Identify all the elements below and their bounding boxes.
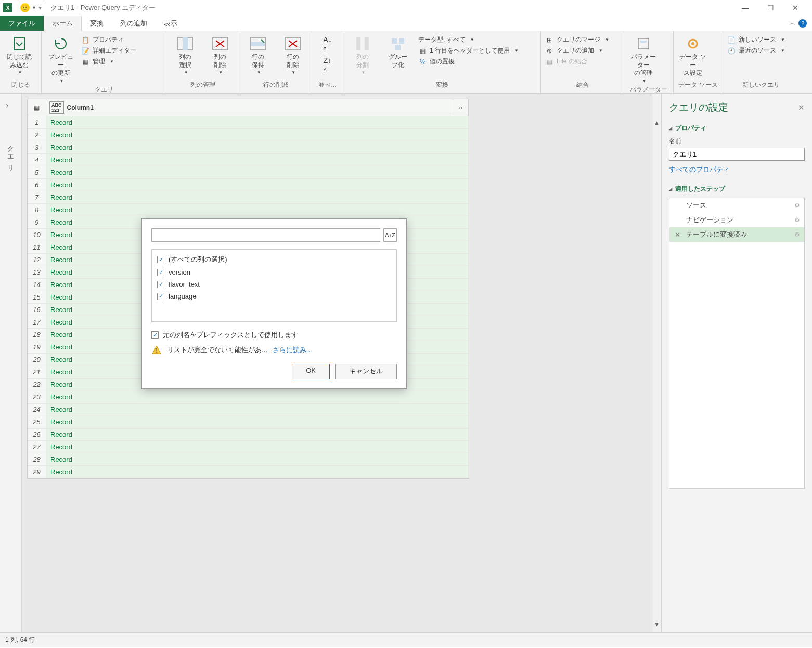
table-row[interactable]: 27Record — [28, 441, 469, 453]
scroll-down-icon[interactable]: ▼ — [652, 621, 661, 627]
table-row[interactable]: 24Record — [28, 404, 469, 416]
expand-column-button[interactable]: ↔ — [453, 99, 469, 116]
cell-value[interactable]: Record — [46, 179, 469, 191]
smiley-icon[interactable]: 🙂 — [20, 3, 30, 12]
ok-button[interactable]: OK — [292, 364, 330, 379]
sort-button[interactable]: A↓Z — [383, 228, 397, 242]
table-row[interactable]: 3Record — [28, 141, 469, 154]
delete-step-icon[interactable]: ✕ — [675, 231, 682, 239]
row-number: 13 — [28, 266, 46, 278]
table-row[interactable]: 7Record — [28, 191, 469, 204]
table-row[interactable]: 8Record — [28, 204, 469, 216]
merge-queries-button[interactable]: ⊞クエリのマージ▼ — [545, 35, 609, 44]
table-row[interactable]: 1Record — [28, 116, 469, 129]
tab-transform[interactable]: 変換 — [82, 16, 112, 31]
queries-pane-collapsed[interactable]: › クエリ — [0, 94, 22, 632]
cell-value[interactable]: Record — [46, 429, 469, 440]
cell-value[interactable]: Record — [46, 166, 469, 178]
step-source[interactable]: ソース⚙ — [669, 198, 804, 213]
column-checkbox-language[interactable]: ✓language — [157, 292, 391, 300]
gear-icon[interactable]: ⚙ — [794, 202, 800, 209]
table-row[interactable]: 5Record — [28, 166, 469, 179]
gear-icon[interactable]: ⚙ — [794, 216, 800, 224]
table-icon[interactable]: ▦ — [28, 99, 46, 116]
select-all-checkbox[interactable]: ✓(すべての列の選択) — [157, 255, 391, 264]
type-icon[interactable]: ABC123 — [49, 101, 64, 114]
cell-value[interactable]: Record — [46, 191, 469, 203]
cell-value[interactable]: Record — [46, 116, 469, 128]
cell-value[interactable]: Record — [46, 391, 469, 403]
choose-columns-button[interactable]: 列の 選択▼ — [171, 35, 200, 76]
data-type-button[interactable]: データ型: すべて▼ — [418, 35, 519, 44]
tab-addcolumn[interactable]: 列の追加 — [112, 16, 156, 31]
table-row[interactable]: 23Record — [28, 391, 469, 404]
cell-value[interactable]: Record — [46, 416, 469, 428]
qat-dropdown[interactable]: ▼ — [32, 5, 36, 10]
table-row[interactable]: 2Record — [28, 129, 469, 141]
advanced-editor-button[interactable]: 📝詳細エディター — [81, 46, 136, 55]
step-converted-table[interactable]: ✕テーブルに変換済み⚙ — [669, 227, 804, 242]
cell-value[interactable]: Record — [46, 154, 469, 166]
use-prefix-checkbox[interactable]: ✓元の列名をプレフィックスとして使用します — [151, 330, 397, 340]
cell-value[interactable]: Record — [46, 129, 469, 141]
tab-home[interactable]: ホーム — [44, 16, 82, 31]
table-row[interactable]: 28Record — [28, 453, 469, 466]
all-properties-link[interactable]: すべてのプロパティ — [669, 165, 805, 174]
recent-sources-button[interactable]: 🕘最近のソース▼ — [727, 46, 785, 55]
replace-values-button[interactable]: ½値の置換 — [418, 57, 519, 66]
table-row[interactable]: 26Record — [28, 429, 469, 441]
row-number: 19 — [28, 341, 46, 353]
new-source-button[interactable]: 📄新しいソース▼ — [727, 35, 785, 44]
column-checkbox-version[interactable]: ✓version — [157, 268, 391, 276]
keep-rows-button[interactable]: 行の 保持▼ — [243, 35, 273, 76]
collapse-ribbon-icon[interactable]: ︿ — [789, 19, 795, 28]
row-number: 11 — [28, 241, 46, 253]
step-navigation[interactable]: ナビゲーション⚙ — [669, 213, 804, 227]
refresh-preview-button[interactable]: プレビュー の更新▼ — [46, 35, 76, 84]
manage-button[interactable]: ▦管理▼ — [81, 57, 136, 66]
cell-value[interactable]: Record — [46, 441, 469, 453]
gear-icon[interactable]: ⚙ — [794, 231, 800, 238]
cell-value[interactable]: Record — [46, 453, 469, 465]
cell-value[interactable]: Record — [46, 204, 469, 216]
maximize-button[interactable]: ☐ — [763, 4, 778, 12]
svg-rect-11 — [395, 45, 401, 50]
close-button[interactable]: ✕ — [788, 4, 803, 12]
data-source-settings-button[interactable]: データ ソー ス設定 — [678, 35, 708, 77]
cell-value[interactable]: Record — [46, 404, 469, 416]
qat-overflow[interactable]: ▾ — [38, 4, 42, 11]
append-queries-button[interactable]: ⊕クエリの追加▼ — [545, 46, 609, 55]
row-number: 8 — [28, 204, 46, 216]
properties-button[interactable]: 📋プロパティ — [81, 35, 136, 44]
tab-view[interactable]: 表示 — [156, 16, 186, 31]
minimize-button[interactable]: — — [738, 4, 753, 12]
properties-section-title[interactable]: プロパティ — [669, 124, 805, 133]
remove-columns-button[interactable]: 列の 削除▼ — [205, 35, 235, 76]
scroll-up-icon[interactable]: ▲ — [652, 120, 661, 126]
search-input[interactable] — [151, 228, 380, 242]
applied-steps-title[interactable]: 適用したステップ — [669, 185, 805, 193]
use-headers-button[interactable]: ▦1 行目をヘッダーとして使用▼ — [418, 46, 519, 55]
group-by-button[interactable]: グルー プ化 — [383, 35, 413, 69]
expand-icon[interactable]: › — [6, 101, 16, 109]
remove-rows-button[interactable]: 行の 削除▼ — [278, 35, 308, 76]
tab-file[interactable]: ファイル — [0, 16, 44, 31]
table-row[interactable]: 6Record — [28, 179, 469, 191]
close-settings-icon[interactable]: ✕ — [798, 103, 805, 112]
cell-value[interactable]: Record — [46, 466, 469, 478]
help-icon[interactable]: ? — [798, 19, 807, 28]
manage-parameters-button[interactable]: パラメーター の管理▼ — [628, 35, 659, 84]
query-name-input[interactable] — [669, 148, 805, 161]
cell-value[interactable]: Record — [46, 141, 469, 153]
column-checkbox-flavor-text[interactable]: ✓flavor_text — [157, 280, 391, 288]
sort-desc-button[interactable]: Z↓A — [324, 56, 332, 73]
cancel-button[interactable]: キャンセル — [335, 364, 397, 379]
vertical-scrollbar[interactable]: ▲ ▼ — [652, 94, 661, 632]
sort-asc-button[interactable]: A↓Z — [323, 35, 331, 52]
close-load-button[interactable]: 閉じて読 み込む▼ — [4, 35, 34, 76]
column-header[interactable]: ABC123 Column1 — [46, 99, 453, 116]
table-row[interactable]: 4Record — [28, 154, 469, 166]
load-more-link[interactable]: さらに読み... — [273, 345, 312, 355]
table-row[interactable]: 29Record — [28, 466, 469, 478]
table-row[interactable]: 25Record — [28, 416, 469, 429]
